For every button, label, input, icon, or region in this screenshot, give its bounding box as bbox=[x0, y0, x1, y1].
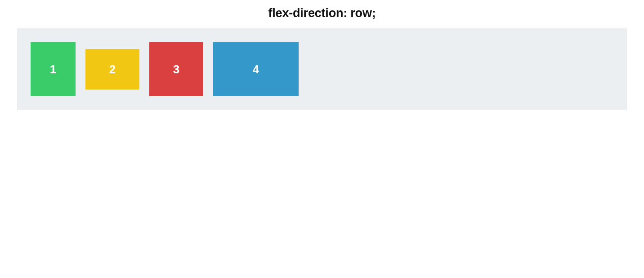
page-title: flex-direction: row; bbox=[0, 0, 644, 28]
flex-item-3: 3 bbox=[149, 42, 203, 96]
flex-container: 1 2 3 4 bbox=[17, 28, 627, 110]
flex-item-2: 2 bbox=[85, 49, 139, 90]
flex-item-4: 4 bbox=[213, 42, 299, 96]
flex-item-1: 1 bbox=[31, 42, 76, 96]
